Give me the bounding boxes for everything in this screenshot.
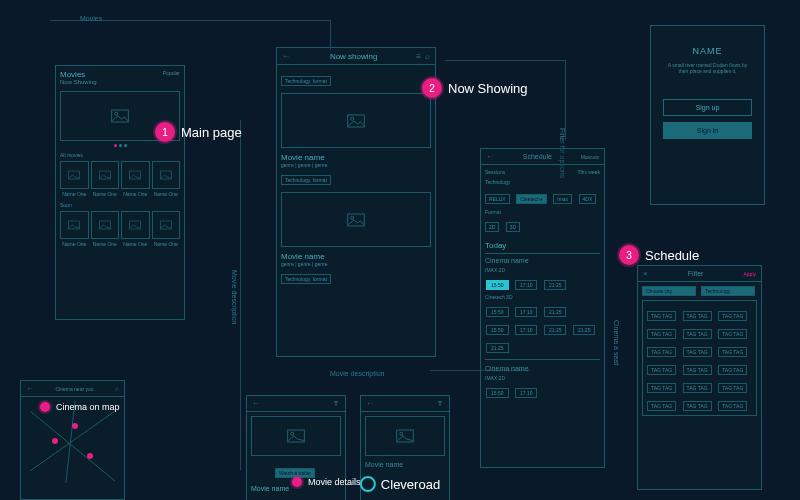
filter-dropdown[interactable]: Choose city xyxy=(642,286,696,296)
signin-button[interactable]: Sign in xyxy=(663,122,752,139)
brand-logo: Cleveroad xyxy=(360,476,440,492)
filter-tag[interactable]: TAG TAG xyxy=(647,347,676,357)
movie-thumb[interactable] xyxy=(152,211,181,239)
filter-tag[interactable]: TAG TAG xyxy=(647,311,676,321)
filter-dropdown[interactable]: Technology xyxy=(701,286,755,296)
back-icon[interactable]: ← xyxy=(26,384,34,393)
time-slot[interactable]: 15:50 xyxy=(486,325,509,335)
time-slot[interactable]: 21:25 xyxy=(486,343,509,353)
movie-thumb[interactable] xyxy=(121,161,150,189)
svg-point-23 xyxy=(72,423,78,429)
cinema-name: Cinema name xyxy=(485,257,600,264)
filter-tag[interactable]: TAG TAG xyxy=(647,383,676,393)
share-icon[interactable]: ⫪ xyxy=(333,400,340,407)
main-subtitle: Now Showing xyxy=(60,79,97,85)
back-icon[interactable]: ← xyxy=(282,51,291,61)
time-slot[interactable]: 21:25 xyxy=(544,280,567,290)
time-slot[interactable]: 21:25 xyxy=(573,325,596,335)
filter-tag[interactable]: TAG TAG xyxy=(683,401,712,411)
flow-label-movie-desc-h: Movie description xyxy=(330,370,384,377)
signup-button[interactable]: Sign up xyxy=(663,99,752,116)
filter-tag[interactable]: TAG TAG xyxy=(718,347,747,357)
search-icon[interactable]: ⌕ xyxy=(425,52,430,61)
main-title: Movies xyxy=(60,70,97,79)
ns-header: Now showing xyxy=(330,52,378,61)
annotation-number: 3 xyxy=(619,245,639,265)
screen-now-showing: ← Now showing ≡ ⌕ Technology, format Mov… xyxy=(276,47,436,357)
time-slot[interactable]: 15:50 xyxy=(486,388,509,398)
movie-thumb[interactable] xyxy=(121,211,150,239)
svg-rect-0 xyxy=(112,110,129,122)
screen-main-page: Movies Now Showing Popular All movies Na… xyxy=(55,65,185,320)
sched-tab: Schedule xyxy=(523,153,552,160)
sessions-label: Sessions xyxy=(485,169,505,175)
tech-opt[interactable]: Cinetech+ xyxy=(516,194,547,204)
svg-rect-10 xyxy=(348,115,365,127)
thumb-row-1: Name One Name One Name One Name One xyxy=(60,161,180,197)
time-slot[interactable]: 17:10 xyxy=(515,280,538,290)
format-opt[interactable]: 2D xyxy=(485,222,499,232)
tech-opt[interactable]: 4DX xyxy=(579,194,597,204)
time-slot[interactable]: 21:25 xyxy=(544,307,567,317)
ns-chip[interactable]: Technology, format xyxy=(281,76,331,86)
tech-opt[interactable]: Imax xyxy=(553,194,572,204)
filter-tag[interactable]: TAG TAG xyxy=(683,383,712,393)
svg-point-17 xyxy=(400,432,403,435)
time-slot[interactable]: 17:10 xyxy=(515,307,538,317)
ns-genres: genre | genre | genre xyxy=(281,261,431,267)
movie-thumb[interactable] xyxy=(60,211,89,239)
screen-schedule: ← Schedule Moscow Sessions This week Tec… xyxy=(480,148,605,468)
time-slot[interactable]: 17:10 xyxy=(515,388,538,398)
filter-tag[interactable]: TAG TAG xyxy=(683,329,712,339)
ns-chip[interactable]: Technology, format xyxy=(281,274,331,284)
annotation-dot xyxy=(40,402,50,412)
auth-title: NAME xyxy=(655,46,760,56)
close-icon[interactable]: × xyxy=(643,269,648,278)
movie-thumb[interactable] xyxy=(60,161,89,189)
sched-location: Moscow xyxy=(581,154,599,160)
back-icon[interactable]: ← xyxy=(366,399,374,408)
settings-icon[interactable]: ≡ xyxy=(416,52,421,61)
filter-tag[interactable]: TAG TAG xyxy=(683,347,712,357)
tech-label: Technology xyxy=(485,179,600,185)
format-opt[interactable]: 3D xyxy=(506,222,520,232)
svg-line-20 xyxy=(65,401,75,483)
ns-movie-name: Movie name xyxy=(281,153,431,162)
annotation-number: 1 xyxy=(155,122,175,142)
filter-tag[interactable]: TAG TAG xyxy=(683,311,712,321)
filter-tag[interactable]: TAG TAG xyxy=(718,365,747,375)
ns-chip[interactable]: Technology, format xyxy=(281,175,331,185)
search-icon[interactable]: ⌕ xyxy=(115,385,119,392)
main-badge: Popular xyxy=(163,70,180,76)
filter-tag[interactable]: TAG TAG xyxy=(718,401,747,411)
svg-point-22 xyxy=(87,453,93,459)
tech-opt[interactable]: RELUX xyxy=(485,194,510,204)
movie-thumb[interactable] xyxy=(91,211,120,239)
svg-point-13 xyxy=(351,216,354,219)
time-slot[interactable]: 21:25 xyxy=(544,325,567,335)
detail-movie-name: Movie name xyxy=(365,461,445,468)
annotation-number: 2 xyxy=(422,78,442,98)
ns-genres: genre | genre | genre xyxy=(281,162,431,168)
back-icon[interactable]: ← xyxy=(486,152,494,161)
back-icon[interactable]: ← xyxy=(252,399,260,408)
thumb-row-2: Name One Name One Name One Name One xyxy=(60,211,180,247)
movie-thumb[interactable] xyxy=(91,161,120,189)
screen-cinema-map: ← Cinema near you ⌕ xyxy=(20,380,125,500)
filter-tag[interactable]: TAG TAG xyxy=(718,311,747,321)
apply-button[interactable]: Apply xyxy=(743,271,756,277)
time-slot[interactable]: 15:50 xyxy=(486,307,509,317)
time-slot[interactable]: 15:50 xyxy=(486,280,509,290)
annotation-dot xyxy=(292,477,302,487)
time-slot[interactable]: 17:10 xyxy=(515,325,538,335)
share-icon[interactable]: ⫪ xyxy=(437,400,444,407)
filter-tag[interactable]: TAG TAG xyxy=(647,329,676,339)
filter-tag[interactable]: TAG TAG xyxy=(647,365,676,375)
filter-tag[interactable]: TAG TAG xyxy=(718,383,747,393)
annotation-main-page: 1 Main page xyxy=(155,122,242,142)
map-canvas[interactable] xyxy=(25,401,120,483)
movie-thumb[interactable] xyxy=(152,161,181,189)
filter-tag[interactable]: TAG TAG xyxy=(718,329,747,339)
filter-tag[interactable]: TAG TAG xyxy=(683,365,712,375)
filter-tag[interactable]: TAG TAG xyxy=(647,401,676,411)
